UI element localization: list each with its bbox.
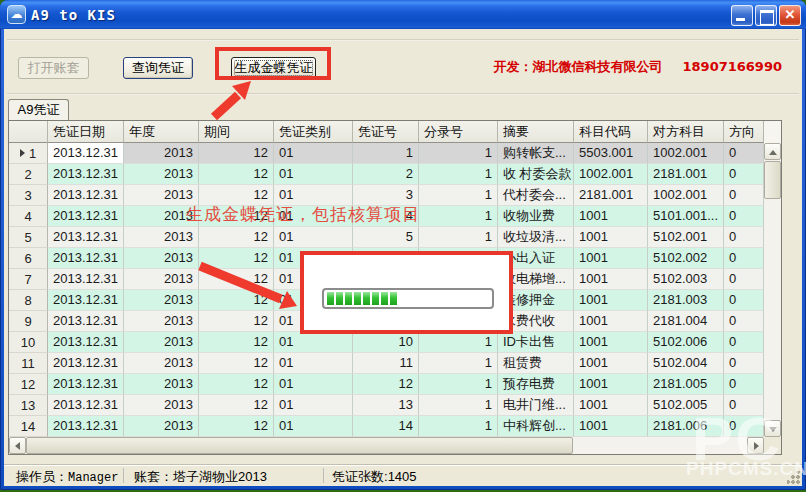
cell-entry_no[interactable]: 1 xyxy=(419,353,498,374)
cell-entry_no[interactable]: 1 xyxy=(419,185,498,206)
cell-direction[interactable]: 0 xyxy=(724,227,764,248)
row-number[interactable]: 7 xyxy=(9,269,48,290)
cell-account_code[interactable]: 1001 xyxy=(574,311,648,332)
row-number[interactable]: 10 xyxy=(9,332,48,353)
cell-voucher_date[interactable]: 2013.12.31 xyxy=(48,353,124,374)
cell-opposite_account[interactable]: 1002.001 xyxy=(648,185,724,206)
cell-voucher_type[interactable]: 01 xyxy=(274,353,353,374)
cell-period[interactable]: 12 xyxy=(199,395,274,416)
vertical-scrollbar[interactable] xyxy=(764,143,781,437)
cell-period[interactable]: 12 xyxy=(199,227,274,248)
cell-entry_no[interactable]: 1 xyxy=(419,332,498,353)
query-voucher-button[interactable]: 查询凭证 xyxy=(123,57,193,79)
cell-voucher_type[interactable]: 01 xyxy=(274,227,353,248)
cell-voucher_date[interactable]: 2013.12.31 xyxy=(48,374,124,395)
cell-year[interactable]: 2013 xyxy=(124,164,199,185)
horizontal-scroll-thumb[interactable] xyxy=(26,437,573,454)
cell-voucher_type[interactable]: 01 xyxy=(274,143,353,164)
cell-voucher_no[interactable]: 14 xyxy=(353,416,419,437)
cell-direction[interactable]: 0 xyxy=(724,311,764,332)
column-header-entry_no[interactable]: 分录号 xyxy=(419,121,498,143)
cell-voucher_no[interactable]: 10 xyxy=(353,332,419,353)
cell-opposite_account[interactable]: 5102.001 xyxy=(648,227,724,248)
cell-direction[interactable]: 0 xyxy=(724,290,764,311)
cell-period[interactable]: 12 xyxy=(199,332,274,353)
tab-a9-voucher[interactable]: A9凭证 xyxy=(8,99,69,121)
cell-direction[interactable]: 0 xyxy=(724,374,764,395)
cell-summary[interactable]: 代村委会... xyxy=(498,185,574,206)
cell-opposite_account[interactable]: 1002.001 xyxy=(648,143,724,164)
cell-summary[interactable]: 收物业费 xyxy=(498,206,574,227)
cell-direction[interactable]: 0 xyxy=(724,269,764,290)
row-number[interactable]: 12 xyxy=(9,374,48,395)
cell-voucher_date[interactable]: 2013.12.31 xyxy=(48,185,124,206)
cell-period[interactable]: 12 xyxy=(199,248,274,269)
cell-account_code[interactable]: 1001 xyxy=(574,416,648,437)
cell-voucher_date[interactable]: 2013.12.31 xyxy=(48,395,124,416)
cell-entry_no[interactable]: 1 xyxy=(419,143,498,164)
cell-direction[interactable]: 0 xyxy=(724,185,764,206)
cell-account_code[interactable]: 1001 xyxy=(574,374,648,395)
cell-year[interactable]: 2013 xyxy=(124,269,199,290)
cell-summary[interactable]: 购转帐支... xyxy=(498,143,574,164)
cell-opposite_account[interactable]: 5102.003 xyxy=(648,269,724,290)
cell-year[interactable]: 2013 xyxy=(124,332,199,353)
cell-opposite_account[interactable]: 2181.004 xyxy=(648,311,724,332)
row-number[interactable]: 9 xyxy=(9,311,48,332)
scroll-left-icon[interactable] xyxy=(9,437,26,454)
cell-summary[interactable]: ID卡出售 xyxy=(498,332,574,353)
column-header-opposite_account[interactable]: 对方科目 xyxy=(648,121,724,143)
cell-voucher_date[interactable]: 2013.12.31 xyxy=(48,290,124,311)
cell-voucher_no[interactable]: 12 xyxy=(353,374,419,395)
minimize-button[interactable] xyxy=(731,5,753,26)
cell-direction[interactable]: 0 xyxy=(724,164,764,185)
cell-year[interactable]: 2013 xyxy=(124,290,199,311)
column-header-direction[interactable]: 方向 xyxy=(724,121,764,143)
cell-year[interactable]: 2013 xyxy=(124,395,199,416)
column-header-account_code[interactable]: 科目代码 xyxy=(574,121,648,143)
cell-year[interactable]: 2013 xyxy=(124,227,199,248)
cell-voucher_type[interactable]: 01 xyxy=(274,374,353,395)
cell-entry_no[interactable]: 1 xyxy=(419,227,498,248)
row-number[interactable]: 13 xyxy=(9,395,48,416)
cell-account_code[interactable]: 1001 xyxy=(574,206,648,227)
cell-voucher_no[interactable]: 5 xyxy=(353,227,419,248)
column-header-summary[interactable]: 摘要 xyxy=(498,121,574,143)
cell-voucher_date[interactable]: 2013.12.31 xyxy=(48,311,124,332)
row-number[interactable]: 8 xyxy=(9,290,48,311)
cell-account_code[interactable]: 1001 xyxy=(574,227,648,248)
cell-voucher_type[interactable]: 01 xyxy=(274,164,353,185)
cell-period[interactable]: 12 xyxy=(199,374,274,395)
cell-voucher_date[interactable]: 2013.12.31 xyxy=(48,248,124,269)
cell-voucher_date[interactable]: 2013.12.31 xyxy=(48,206,124,227)
cell-summary[interactable]: 中科辉创... xyxy=(498,416,574,437)
cell-summary[interactable]: 收垃圾清... xyxy=(498,227,574,248)
cell-year[interactable]: 2013 xyxy=(124,143,199,164)
cell-account_code[interactable]: 5503.001 xyxy=(574,143,648,164)
column-header-voucher_date[interactable]: 凭证日期 xyxy=(48,121,124,143)
row-number[interactable]: 4 xyxy=(9,206,48,227)
cell-summary[interactable]: 预存电费 xyxy=(498,374,574,395)
row-number[interactable]: 2 xyxy=(9,164,48,185)
cell-account_code[interactable]: 2181.001 xyxy=(574,185,648,206)
cell-period[interactable]: 12 xyxy=(199,269,274,290)
cell-entry_no[interactable]: 1 xyxy=(419,164,498,185)
column-header-voucher_no[interactable]: 凭证号 xyxy=(353,121,419,143)
cell-voucher_type[interactable]: 01 xyxy=(274,416,353,437)
cell-opposite_account[interactable]: 5102.004 xyxy=(648,353,724,374)
cell-voucher_date[interactable]: 2013.12.31 xyxy=(48,227,124,248)
cell-year[interactable]: 2013 xyxy=(124,353,199,374)
cell-voucher_date[interactable]: 2013.12.31 xyxy=(48,164,124,185)
cell-entry_no[interactable]: 1 xyxy=(419,416,498,437)
cell-entry_no[interactable]: 1 xyxy=(419,395,498,416)
row-number[interactable]: 6 xyxy=(9,248,48,269)
cell-year[interactable]: 2013 xyxy=(124,416,199,437)
cell-period[interactable]: 12 xyxy=(199,143,274,164)
cell-account_code[interactable]: 1001 xyxy=(574,353,648,374)
generate-kingdee-button[interactable]: 生成金蝶凭证 xyxy=(231,57,316,79)
cell-opposite_account[interactable]: 5102.006 xyxy=(648,332,724,353)
row-number[interactable]: 3 xyxy=(9,185,48,206)
column-header-year[interactable]: 年度 xyxy=(124,121,199,143)
horizontal-scrollbar[interactable] xyxy=(9,437,764,454)
cell-entry_no[interactable]: 1 xyxy=(419,206,498,227)
